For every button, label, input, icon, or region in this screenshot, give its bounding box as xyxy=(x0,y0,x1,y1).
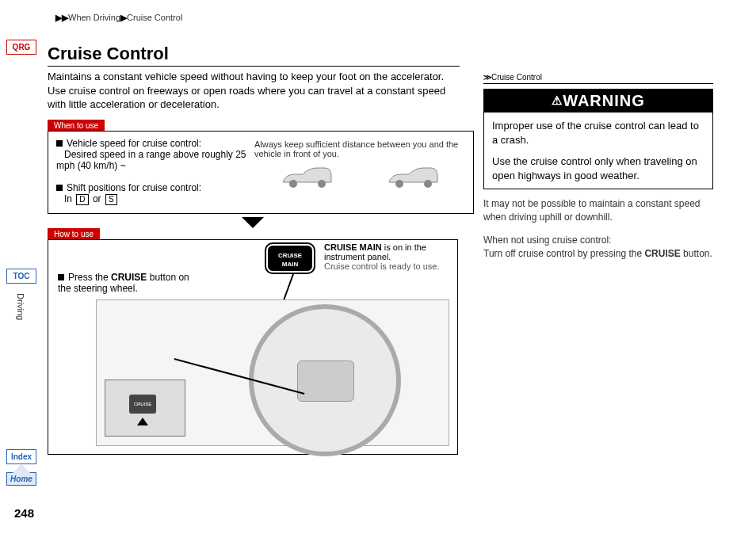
note2-bold: CRUISE xyxy=(644,248,680,259)
arrow-down-icon xyxy=(242,217,264,228)
warning-body: Improper use of the cruise control can l… xyxy=(484,113,712,189)
cruise-main-indicator-icon: CRUISEMAIN xyxy=(266,244,314,273)
sidebar-chapter-label: Driving xyxy=(16,293,25,320)
shift-label: Shift positions for cruise control: xyxy=(67,182,201,193)
cars-illustration xyxy=(254,165,465,196)
note2-line1: When not using cruise control: xyxy=(483,235,611,246)
dashboard-illustration: CRUISE xyxy=(96,299,449,446)
warning-p2: Use the cruise control only when traveli… xyxy=(492,154,704,182)
how-to-use-box: Press the CRUISE button on the steering … xyxy=(48,239,458,455)
gear-or: or xyxy=(90,193,104,204)
cruise-main-caption: CRUISE MAIN is on in the instrument pane… xyxy=(324,242,455,271)
bullet-icon xyxy=(56,140,63,147)
gear-d-icon: D xyxy=(76,194,88,205)
sidebar-home-button[interactable]: Home xyxy=(6,472,36,486)
when-to-use-tag: When to use xyxy=(48,120,105,132)
pill-line2: MAIN xyxy=(282,261,298,268)
note2-suffix: button. xyxy=(681,248,712,259)
warning-p1: Improper use of the cruise control can l… xyxy=(492,119,704,147)
cruise-button-icon: CRUISE xyxy=(129,395,156,414)
wheel-hub-icon xyxy=(297,360,354,402)
press-prefix: Press the xyxy=(68,272,111,283)
main-bold: CRUISE MAIN xyxy=(324,242,382,252)
breadcrumb: ▶▶When Driving▶Cruise Control xyxy=(55,13,182,23)
bullet-icon xyxy=(58,274,64,280)
press-bold: CRUISE xyxy=(111,272,147,283)
right-column: ≫Cruise Control ⚠WARNING Improper use of… xyxy=(483,73,713,269)
sidebar: QRG TOC Driving Index Home xyxy=(6,40,38,486)
note1: It may not be possible to maintain a con… xyxy=(483,197,713,224)
right-header-text: Cruise Control xyxy=(491,73,542,82)
note2-prefix: Turn off cruise control by pressing the xyxy=(483,248,644,259)
main-sub: Cruise control is ready to use. xyxy=(324,261,440,271)
press-instruction: Press the CRUISE button on the steering … xyxy=(58,272,204,294)
arrow-up-icon xyxy=(137,418,148,425)
note2: When not using cruise control: Turn off … xyxy=(483,234,713,261)
svg-point-0 xyxy=(289,180,297,188)
page-title: Cruise Control xyxy=(48,44,460,67)
speed-detail: Desired speed in a range above roughly 2… xyxy=(56,149,246,171)
speed-item: Vehicle speed for cruise control: Desire… xyxy=(56,138,246,171)
right-notes: It may not be possible to maintain a con… xyxy=(483,197,713,260)
page-number: 248 xyxy=(14,506,34,520)
sidebar-toc-button[interactable]: TOC xyxy=(6,269,36,284)
pill-line1: CRUISE xyxy=(278,252,302,259)
shift-item: Shift positions for cruise control: In D… xyxy=(56,182,246,205)
bullet-icon xyxy=(56,185,63,191)
chevron-right-icon: ▶▶ xyxy=(55,13,68,22)
gear-s-icon: S xyxy=(105,194,117,205)
breadcrumb-topic: Cruise Control xyxy=(127,13,182,22)
distance-note: Always keep sufficient distance between … xyxy=(254,139,465,158)
how-to-use-tag: How to use xyxy=(48,228,100,240)
button-inset-illustration: CRUISE xyxy=(105,380,185,437)
double-chevron-icon: ≫ xyxy=(483,73,491,82)
intro-paragraph: Maintains a constant vehicle speed witho… xyxy=(48,70,460,112)
shift-prefix: In xyxy=(64,193,74,204)
warning-box: ⚠WARNING Improper use of the cruise cont… xyxy=(483,89,713,189)
chevron-right-icon: ▶ xyxy=(120,13,127,22)
car-icon xyxy=(279,165,334,189)
car-icon xyxy=(385,165,441,189)
steering-wheel-icon xyxy=(249,304,401,456)
warning-triangle-icon: ⚠ xyxy=(552,93,563,107)
svg-point-3 xyxy=(424,180,432,188)
speed-label: Vehicle speed for cruise control: xyxy=(67,138,201,149)
svg-point-1 xyxy=(318,180,326,188)
warning-title: ⚠WARNING xyxy=(484,90,712,113)
flow-arrow xyxy=(48,217,458,228)
warning-title-text: WARNING xyxy=(563,92,645,109)
when-to-use-box: Vehicle speed for cruise control: Desire… xyxy=(48,131,474,214)
sidebar-qrg-button[interactable]: QRG xyxy=(6,40,36,55)
right-header: ≫Cruise Control xyxy=(483,73,713,84)
breadcrumb-section: When Driving xyxy=(68,13,120,22)
sidebar-index-button[interactable]: Index xyxy=(6,449,36,464)
svg-point-2 xyxy=(395,180,403,188)
